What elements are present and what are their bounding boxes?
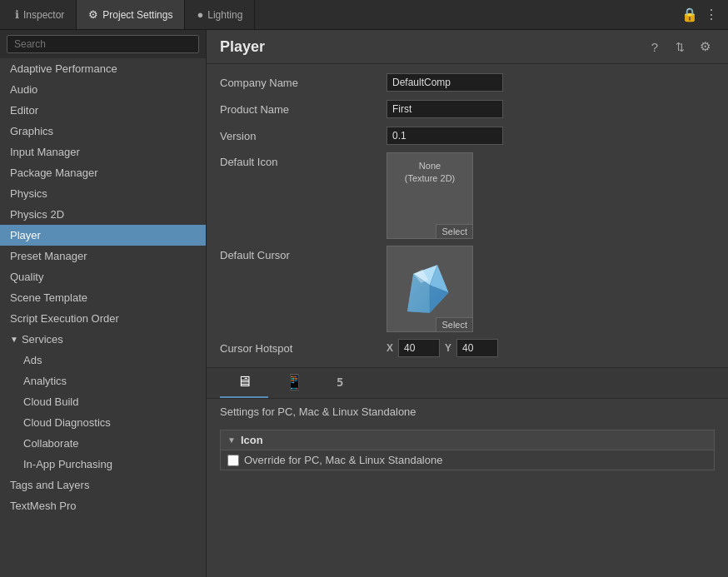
- sidebar-item-cloud-build[interactable]: Cloud Build: [0, 391, 206, 412]
- tab-project-settings[interactable]: ⚙ Project Settings: [77, 0, 185, 29]
- sidebar-item-analytics[interactable]: Analytics: [0, 371, 206, 391]
- main-layout: Adaptive Performance Audio Editor Graphi…: [0, 30, 728, 577]
- layout-button[interactable]: ⇅: [670, 37, 690, 57]
- sidebar: Adaptive Performance Audio Editor Graphi…: [0, 30, 207, 577]
- x-axis-label: X: [386, 342, 393, 354]
- sidebar-services-section[interactable]: ▼ Services: [0, 329, 206, 350]
- default-cursor-row: Default Cursor: [220, 246, 715, 332]
- tab-bar: ℹ Inspector ⚙ Project Settings ● Lightin…: [0, 0, 728, 30]
- lighting-icon: ●: [197, 8, 203, 21]
- product-name-input[interactable]: [386, 100, 503, 118]
- default-icon-select-button[interactable]: Select: [436, 224, 472, 238]
- pc-icon: 🖥: [237, 373, 252, 390]
- sidebar-item-adaptive-performance[interactable]: Adaptive Performance: [0, 58, 206, 79]
- icon-section-header[interactable]: ▼ Icon: [221, 430, 714, 450]
- cursor-hotspot-y-input[interactable]: [456, 339, 498, 357]
- cursor-crystal-icon: [400, 259, 460, 319]
- sidebar-item-input-manager[interactable]: Input Manager: [0, 142, 206, 162]
- company-name-row: Company Name: [220, 72, 715, 92]
- version-label: Version: [220, 130, 386, 142]
- tab-lighting-label: Lighting: [207, 9, 242, 21]
- platform-tabs: 🖥 📱 5: [207, 367, 728, 399]
- sidebar-item-preset-manager[interactable]: Preset Manager: [0, 246, 206, 266]
- sidebar-item-physics-2d[interactable]: Physics 2D: [0, 204, 206, 225]
- inspector-icon: ℹ: [15, 8, 19, 21]
- tab-inspector[interactable]: ℹ Inspector: [3, 0, 77, 29]
- html5-icon: 5: [337, 376, 343, 389]
- sidebar-search-area: [0, 30, 206, 58]
- fields-area: Company Name Product Name Version Defaul…: [207, 64, 728, 357]
- header-icons: ? ⇅ ⚙: [645, 37, 715, 57]
- override-checkbox[interactable]: [227, 455, 239, 466]
- more-options-icon[interactable]: ⋮: [705, 7, 718, 22]
- version-row: Version: [220, 126, 715, 146]
- tab-inspector-label: Inspector: [23, 9, 64, 21]
- company-name-input[interactable]: [386, 73, 503, 92]
- default-icon-label: Default Icon: [220, 152, 386, 168]
- platform-tab-html5[interactable]: 5: [320, 368, 360, 398]
- cursor-hotspot-label: Cursor Hotspot: [220, 342, 386, 355]
- cursor-hotspot-row: Cursor Hotspot X Y: [220, 339, 715, 357]
- platform-tab-android[interactable]: 📱: [268, 368, 320, 398]
- sidebar-item-graphics[interactable]: Graphics: [0, 121, 206, 142]
- platform-tab-pc[interactable]: 🖥: [220, 368, 268, 398]
- content-body: Company Name Product Name Version Defaul…: [207, 64, 728, 577]
- product-name-label: Product Name: [220, 103, 386, 116]
- y-axis-label: Y: [445, 342, 451, 354]
- sidebar-item-physics[interactable]: Physics: [0, 183, 206, 204]
- page-title: Player: [220, 38, 645, 56]
- icon-section: ▼ Icon Override for PC, Mac & Linux Stan…: [220, 430, 715, 470]
- android-icon: 📱: [285, 374, 303, 390]
- sidebar-item-editor[interactable]: Editor: [0, 100, 206, 121]
- settings-for-section: Settings for PC, Mac & Linux Standalone: [207, 399, 728, 430]
- sidebar-item-player[interactable]: Player: [0, 225, 206, 246]
- sidebar-item-cloud-diagnostics[interactable]: Cloud Diagnostics: [0, 412, 206, 433]
- icon-section-toggle-icon: ▼: [227, 435, 236, 445]
- version-input[interactable]: [386, 127, 503, 145]
- sidebar-item-package-manager[interactable]: Package Manager: [0, 162, 206, 183]
- cursor-hotspot-x-input[interactable]: [398, 339, 440, 357]
- icon-section-title: Icon: [241, 434, 263, 446]
- sidebar-item-quality[interactable]: Quality: [0, 266, 206, 287]
- sidebar-item-scene-template[interactable]: Scene Template: [0, 287, 206, 308]
- sidebar-item-textmesh-pro[interactable]: TextMesh Pro: [0, 495, 206, 516]
- search-input[interactable]: [7, 35, 199, 53]
- sidebar-item-audio[interactable]: Audio: [0, 79, 206, 100]
- override-row: Override for PC, Mac & Linux Standalone: [221, 450, 714, 470]
- cursor-hotspot-inputs: X Y: [386, 339, 498, 357]
- company-name-label: Company Name: [220, 77, 386, 89]
- default-icon-row: Default Icon None (Texture 2D) Select: [220, 152, 715, 239]
- tab-lighting[interactable]: ● Lighting: [185, 0, 255, 29]
- default-cursor-texture: Select: [386, 246, 473, 332]
- lock-icon[interactable]: 🔒: [681, 7, 698, 22]
- texture-none-label: None (Texture 2D): [405, 153, 456, 186]
- content-header: Player ? ⇅ ⚙: [207, 30, 728, 64]
- content-area: Player ? ⇅ ⚙ Company Name Product Name: [207, 30, 728, 577]
- tab-actions: 🔒 ⋮: [681, 7, 725, 22]
- product-name-row: Product Name: [220, 99, 715, 119]
- settings-for-label: Settings for PC, Mac & Linux Standalone: [220, 405, 715, 418]
- settings-button[interactable]: ⚙: [695, 37, 715, 57]
- sidebar-item-collaborate[interactable]: Collaborate: [0, 433, 206, 454]
- default-icon-texture: None (Texture 2D) Select: [386, 152, 473, 239]
- sidebar-item-tags-and-layers[interactable]: Tags and Layers: [0, 475, 206, 495]
- default-cursor-select-button[interactable]: Select: [436, 317, 472, 331]
- help-button[interactable]: ?: [645, 37, 665, 57]
- sidebar-item-ads[interactable]: Ads: [0, 350, 206, 371]
- sidebar-item-in-app-purchasing[interactable]: In-App Purchasing: [0, 454, 206, 475]
- sidebar-item-script-execution-order[interactable]: Script Execution Order: [0, 308, 206, 329]
- services-chevron-icon: ▼: [10, 335, 18, 344]
- default-cursor-label: Default Cursor: [220, 246, 386, 261]
- override-label: Override for PC, Mac & Linux Standalone: [244, 454, 442, 466]
- project-settings-icon: ⚙: [88, 8, 98, 21]
- tab-project-settings-label: Project Settings: [102, 9, 172, 21]
